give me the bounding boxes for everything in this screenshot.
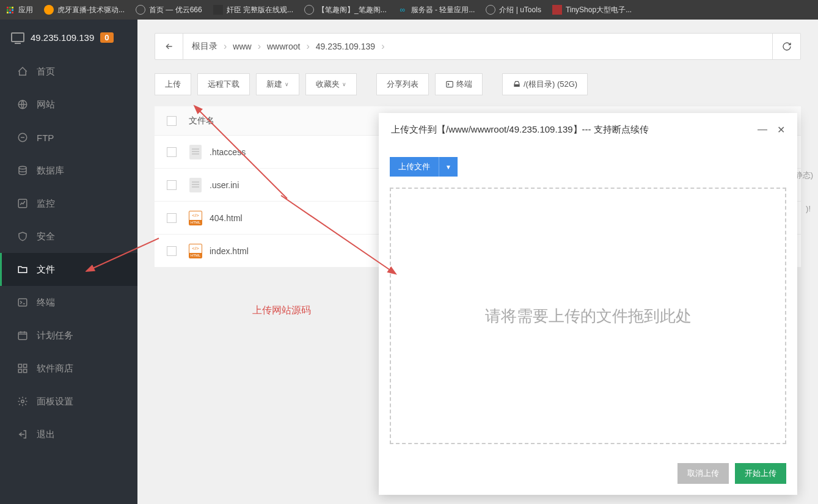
bookmark-label: 介绍 | uTools [499,5,541,15]
sidebar-item-logout[interactable]: 退出 [0,418,137,451]
bg-hint: )! [806,204,811,213]
bookmark-label: 虎牙直播-技术驱动... [57,5,125,15]
disk-button[interactable]: /(根目录) (52G) [502,73,588,95]
remote-download-button[interactable]: 远程下载 [197,73,250,95]
shield-icon [17,231,28,242]
breadcrumb-item[interactable]: 根目录 [192,41,217,52]
bookmark-item[interactable]: 首页 — 优云666 [136,5,202,15]
svg-rect-7 [24,364,27,367]
file-dropzone[interactable]: 请将需要上传的文件拖到此处 [390,188,786,444]
sidebar-item-store[interactable]: 软件商店 [0,352,137,385]
sidebar-item-label: 首页 [37,66,55,78]
share-list-button[interactable]: 分享列表 [376,73,429,95]
new-button[interactable]: 新建∨ [256,73,299,95]
ftp-icon [17,132,28,143]
folder-icon [17,264,28,275]
dialog-title: 上传文件到【/www/wwwroot/49.235.109.139】--- 支持… [391,124,649,136]
dialog-footer: 取消上传 开始上传 [677,463,786,484]
grid-icon [17,363,28,374]
breadcrumb-back-button[interactable] [155,34,183,59]
bookmark-item[interactable]: 虎牙直播-技术驱动... [44,5,125,15]
apps-icon [5,5,15,15]
dropzone-text: 请将需要上传的文件拖到此处 [485,305,692,327]
sidebar-item-settings[interactable]: 面板设置 [0,385,137,418]
sidebar-item-ftp[interactable]: FTP [0,121,137,154]
bookmark-item[interactable]: TinyShop大型电子... [552,5,632,15]
sidebar-item-label: 退出 [37,429,55,440]
upload-file-button[interactable]: 上传文件 [390,157,439,177]
sidebar-item-home[interactable]: 首页 [0,55,137,88]
bookmark-apps[interactable]: 应用 [5,5,33,15]
svg-rect-6 [18,364,21,367]
sidebar-item-label: 监控 [37,198,55,210]
server-ip: 49.235.109.139 [31,32,94,43]
sidebar-item-label: 安全 [37,231,55,243]
breadcrumb-item[interactable]: wwwroot [267,42,300,51]
sidebar-item-label: 数据库 [37,165,64,177]
favorites-button[interactable]: 收藏夹∨ [305,73,357,95]
svg-point-2 [19,166,26,169]
tinyshop-icon [552,5,562,15]
bookmark-label: 【笔趣阁】_笔趣阁... [318,5,387,15]
sidebar-item-database[interactable]: 数据库 [0,154,137,187]
chevron-right-icon: › [224,41,227,52]
upload-button[interactable]: 上传 [155,73,191,95]
file-name[interactable]: .user.ini [210,180,239,190]
dialog-header[interactable]: 上传文件到【/www/wwwroot/49.235.109.139】--- 支持… [379,113,797,146]
html-file-icon [189,210,202,226]
bg-hint: 静态) [795,170,813,181]
cloud-icon: ∞ [398,5,407,15]
chevron-right-icon: › [258,41,261,52]
globe-icon [17,99,28,110]
select-all-checkbox[interactable] [167,116,177,126]
row-checkbox[interactable] [167,147,177,157]
row-checkbox[interactable] [167,213,177,223]
start-upload-button[interactable]: 开始上传 [735,463,786,484]
breadcrumb-item[interactable]: www [233,42,251,51]
terminal-button[interactable]: 终端 [435,73,483,95]
bookmark-label: 奸臣 完整版在线观... [227,5,293,15]
sidebar-item-label: 计划任务 [37,330,73,341]
file-name[interactable]: .htaccess [210,147,246,157]
chevron-down-icon: ∨ [285,81,289,87]
huya-icon [44,5,54,15]
gear-icon [17,396,28,407]
sidebar-item-security[interactable]: 安全 [0,220,137,253]
bookmark-item[interactable]: 介绍 | uTools [486,5,541,15]
close-button[interactable]: ✕ [777,124,785,136]
bookmark-label: 服务器 - 轻量应用... [411,5,475,15]
sidebar-item-files[interactable]: 文件 [0,253,137,286]
bookmark-label: 首页 — 优云666 [149,5,202,15]
bookmark-item[interactable]: ∞ 服务器 - 轻量应用... [398,5,475,15]
sidebar-item-label: 网站 [37,99,55,111]
bookmark-item[interactable]: 奸臣 完整版在线观... [213,5,293,15]
terminal-icon [17,297,28,308]
file-name[interactable]: index.html [210,246,249,256]
row-checkbox[interactable] [167,180,177,190]
upload-file-dropdown[interactable]: ▼ [439,157,458,177]
refresh-button[interactable] [772,34,800,59]
sidebar-item-website[interactable]: 网站 [0,88,137,121]
sidebar-item-terminal[interactable]: 终端 [0,286,137,319]
file-icon [189,177,202,193]
chevron-right-icon: › [381,41,384,52]
dialog-body: 上传文件 ▼ 请将需要上传的文件拖到此处 [379,146,797,455]
sidebar-item-monitor[interactable]: 监控 [0,187,137,220]
bookmark-bar: 应用 虎牙直播-技术驱动... 首页 — 优云666 奸臣 完整版在线观... … [0,0,818,20]
svg-rect-12 [514,84,519,87]
sidebar-item-cron[interactable]: 计划任务 [0,319,137,352]
minimize-button[interactable]: — [758,124,767,136]
bookmark-item[interactable]: 【笔趣阁】_笔趣阁... [304,5,387,15]
calendar-icon [17,330,28,341]
svg-point-10 [21,400,24,403]
globe-icon [304,5,314,15]
cancel-upload-button[interactable]: 取消上传 [677,463,729,484]
monitor-icon [11,32,24,42]
notification-badge[interactable]: 0 [100,32,113,43]
file-name[interactable]: 404.html [210,213,243,223]
sidebar-item-label: 软件商店 [37,363,73,374]
breadcrumb-item[interactable]: 49.235.109.139 [316,42,375,51]
svg-rect-11 [447,81,453,87]
row-checkbox[interactable] [167,246,177,256]
globe-icon [136,5,145,15]
